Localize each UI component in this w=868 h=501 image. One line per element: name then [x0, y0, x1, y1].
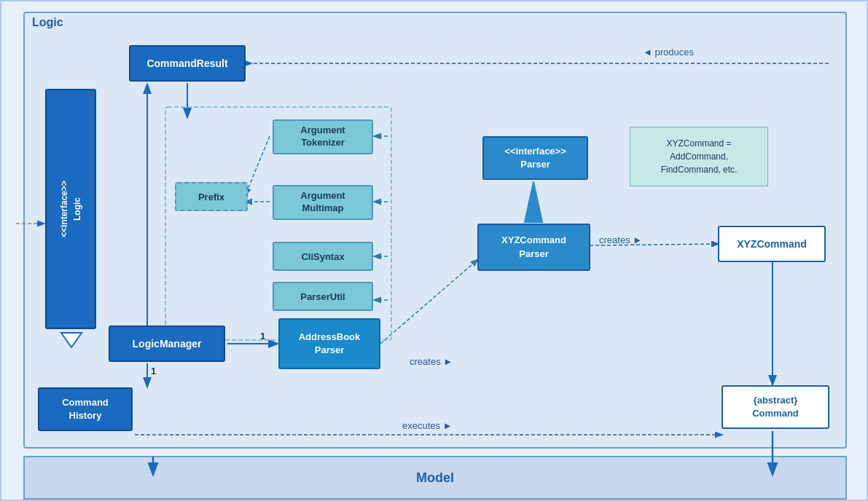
xyz-command-box: XYZCommand	[718, 226, 826, 262]
interface-logic-text: <<interface>> Logic	[58, 181, 84, 237]
abstract-command-label: {abstract}Command	[752, 394, 799, 420]
executes-label: executes ►	[402, 420, 453, 431]
prefix-box: Prefix	[175, 182, 248, 211]
parser-util-box: ParserUtil	[273, 282, 373, 311]
xyz-command-label: XYZCommand	[737, 238, 807, 250]
xyz-command-parser-box: XYZCommandParser	[477, 224, 590, 271]
addressbook-parser-label: AddressBookParser	[299, 331, 361, 357]
diagram-container: Logic Model	[0, 0, 868, 501]
note-box: XYZCommand =AddCommand,FindCommand, etc.	[630, 127, 768, 186]
logic-manager-box: LogicManager	[109, 326, 225, 362]
interface-parser-box: <<interface>>Parser	[482, 136, 588, 180]
model-label: Model	[416, 470, 454, 486]
command-result-box: CommandResult	[129, 45, 246, 82]
argument-multimap-box: ArgumentMultimap	[273, 185, 373, 220]
prefix-label: Prefix	[198, 192, 224, 202]
abstract-command-box: {abstract}Command	[722, 385, 829, 429]
cli-syntax-label: CliSyntax	[301, 251, 344, 262]
model-box: Model	[23, 456, 847, 500]
multiplicity-1-label: 1	[260, 331, 265, 342]
command-result-label: CommandResult	[146, 58, 227, 69]
parser-util-label: ParserUtil	[300, 291, 345, 302]
cli-syntax-box: CliSyntax	[273, 242, 373, 271]
argument-tokenizer-box: ArgumentTokenizer	[273, 119, 373, 154]
xyz-command-parser-label: XYZCommandParser	[501, 234, 566, 260]
command-history-box: CommandHistory	[38, 387, 133, 431]
logic-manager-label: LogicManager	[133, 338, 202, 350]
multiplicity-1-cmd-label: 1	[151, 366, 156, 376]
interface-logic-box2: <<interface>> Logic	[45, 89, 96, 329]
argument-tokenizer-label: ArgumentTokenizer	[300, 125, 345, 149]
creates1-label: creates ►	[410, 356, 453, 367]
addressbook-parser-box: AddressBookParser	[278, 318, 380, 369]
creates2-label: creates ►	[599, 234, 642, 245]
interface-parser-label: <<interface>>Parser	[504, 145, 566, 171]
produces-label: ◄ produces	[643, 47, 694, 58]
command-history-label: CommandHistory	[62, 396, 109, 422]
note-label: XYZCommand =AddCommand,FindCommand, etc.	[661, 137, 738, 176]
argument-multimap-label: ArgumentMultimap	[300, 190, 345, 215]
logic-label: Logic	[32, 16, 63, 29]
